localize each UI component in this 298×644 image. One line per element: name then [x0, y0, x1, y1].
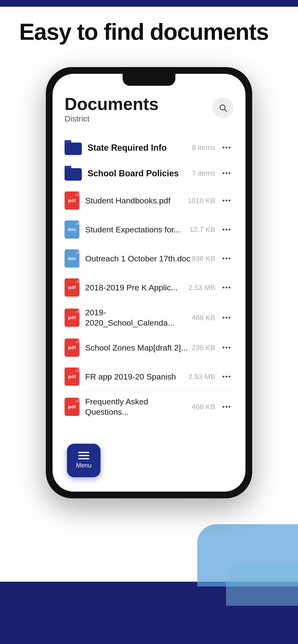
folder-body — [65, 142, 82, 155]
folder-icon — [65, 166, 82, 181]
title-area: Documents District — [65, 95, 159, 124]
item-meta-school-board: 7 items — [192, 169, 215, 177]
wave-decoration-2 — [226, 562, 298, 606]
phone-screen: Documents District — [53, 74, 245, 492]
more-button[interactable]: ••• — [220, 403, 233, 411]
item-meta-state-required: 8 items — [192, 144, 215, 152]
item-name-outreach: Outreach 1 October 17th.doc — [85, 254, 192, 264]
pdf-label: pdf — [68, 404, 76, 410]
list-item[interactable]: School Board Policies 7 items ••• — [65, 160, 233, 186]
pdf-file-icon: pdf — [65, 278, 79, 296]
menu-label: Menu — [76, 462, 91, 469]
list-item[interactable]: doc Outreach 1 October 17th.doc 936 KB •… — [65, 244, 233, 273]
item-meta-prek: 2.53 MB — [188, 284, 215, 292]
screen-content: Documents District — [53, 74, 245, 492]
more-button[interactable]: ••• — [220, 314, 233, 322]
pdf-label: pdf — [68, 315, 76, 320]
more-dots-icon: ••• — [222, 403, 231, 411]
more-button[interactable]: ••• — [220, 169, 233, 177]
item-meta-school-zones: 235 KB — [192, 344, 215, 352]
list-item[interactable]: pdf Frequently Asked Questions... 468 KB… — [65, 391, 233, 422]
more-dots-icon: ••• — [222, 254, 231, 262]
menu-line — [78, 455, 89, 456]
item-name-faq: Frequently Asked Questions... — [85, 396, 192, 417]
top-status-bar — [0, 0, 298, 7]
folder-icon — [65, 140, 82, 155]
item-meta-calendar: 468 KB — [192, 314, 215, 322]
item-name-student-handbooks: Student Handbooks.pdf — [85, 196, 188, 206]
more-dots-icon: ••• — [222, 314, 231, 322]
doc-label: doc — [68, 227, 76, 232]
hamburger-icon — [78, 452, 89, 459]
more-dots-icon: ••• — [222, 169, 231, 177]
pdf-label: pdf — [68, 374, 76, 379]
pdf-label: pdf — [68, 198, 76, 203]
search-icon — [219, 104, 227, 112]
menu-line — [78, 452, 89, 453]
svg-line-1 — [225, 110, 226, 112]
pdf-label: pdf — [68, 345, 76, 350]
pdf-file-icon: pdf — [65, 192, 79, 210]
item-meta-student-handbooks: 1010 KB — [188, 196, 215, 204]
phone-frame: Documents District — [46, 67, 252, 498]
document-list: State Required Info 8 items ••• School B… — [65, 135, 233, 422]
pdf-file-icon: pdf — [65, 338, 79, 357]
more-button[interactable]: ••• — [220, 144, 233, 152]
more-button[interactable]: ••• — [220, 372, 233, 381]
list-item[interactable]: pdf 2019-2020_School_Calenda... 468 KB •… — [65, 302, 233, 333]
phone-notch — [123, 74, 175, 86]
more-dots-icon: ••• — [222, 344, 231, 352]
menu-line — [78, 458, 89, 459]
more-button[interactable]: ••• — [220, 284, 233, 292]
more-dots-icon: ••• — [222, 372, 231, 381]
pdf-label: pdf — [68, 285, 76, 290]
pdf-file-icon: pdf — [65, 398, 79, 416]
menu-fab-button[interactable]: Menu — [67, 444, 100, 477]
item-name-state-required: State Required Info — [88, 142, 192, 153]
item-name-fr-app: FR app 2019-20 Spanish — [85, 372, 188, 382]
item-meta-outreach: 936 KB — [192, 254, 215, 262]
doc-file-icon: doc — [65, 250, 79, 268]
page-headline: Easy to find documents — [19, 19, 268, 44]
screen-title: Documents — [65, 95, 159, 112]
pdf-file-icon: pdf — [65, 368, 79, 386]
more-button[interactable]: ••• — [220, 344, 233, 352]
search-button[interactable] — [212, 97, 233, 118]
item-meta-fr-app: 2.53 MB — [188, 372, 215, 381]
more-dots-icon: ••• — [222, 226, 231, 234]
list-item[interactable]: State Required Info 8 items ••• — [65, 135, 233, 160]
list-item[interactable]: pdf 2018-2019 Pre K Applic... 2.53 MB ••… — [65, 273, 233, 302]
doc-label: doc — [68, 256, 76, 261]
item-name-school-zones: School Zones Map[draft 2]... — [85, 342, 192, 353]
screen-subtitle: District — [65, 114, 159, 124]
item-meta-student-expectations: 12.7 KB — [190, 226, 215, 234]
list-item[interactable]: doc Student Expectations for... 12.7 KB … — [65, 215, 233, 244]
list-item[interactable]: pdf Student Handbooks.pdf 1010 KB ••• — [65, 186, 233, 215]
item-name-calendar: 2019-2020_School_Calenda... — [85, 308, 192, 328]
more-button[interactable]: ••• — [220, 196, 233, 204]
item-meta-faq: 468 KB — [192, 403, 215, 411]
folder-body — [65, 168, 82, 181]
doc-file-icon: doc — [65, 220, 79, 238]
item-name-prek: 2018-2019 Pre K Applic... — [85, 282, 188, 293]
list-item[interactable]: pdf FR app 2019-20 Spanish 2.53 MB ••• — [65, 362, 233, 391]
list-item[interactable]: pdf School Zones Map[draft 2]... 235 KB … — [65, 333, 233, 362]
more-button[interactable]: ••• — [220, 254, 233, 262]
more-button[interactable]: ••• — [220, 226, 233, 234]
document-header: Documents District — [65, 95, 233, 124]
item-name-school-board: School Board Policies — [88, 168, 192, 179]
item-name-student-expectations: Student Expectations for... — [85, 224, 190, 235]
more-dots-icon: ••• — [222, 144, 231, 152]
more-dots-icon: ••• — [222, 196, 231, 204]
more-dots-icon: ••• — [222, 284, 231, 292]
pdf-file-icon: pdf — [65, 308, 79, 327]
